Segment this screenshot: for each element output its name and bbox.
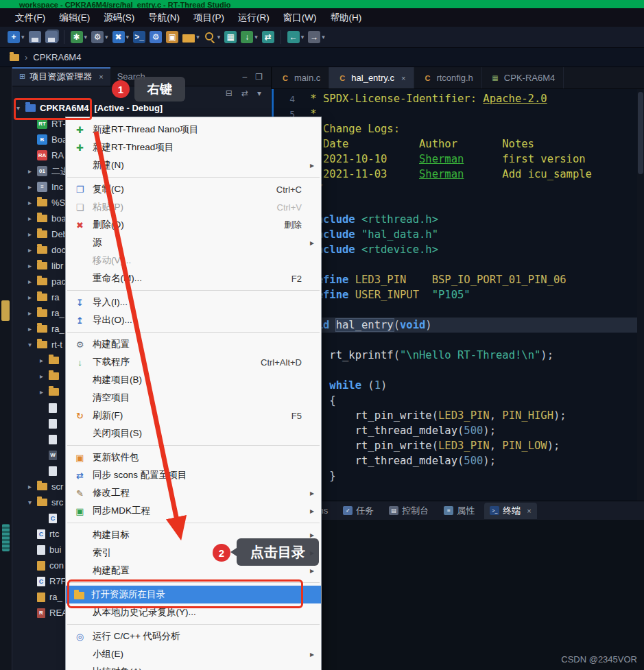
close-icon[interactable]: × [401, 74, 405, 82]
menu-item-clean-project[interactable]: 清空项目 [66, 389, 321, 407]
menubar-item[interactable]: 窗口(W) [276, 10, 324, 26]
code-text[interactable]: rt_pin_write(LED3_PIN, PIN_LOW); [304, 438, 560, 453]
save-all-button[interactable] [43, 29, 60, 45]
menubar-item[interactable]: 源码(S) [97, 10, 141, 26]
code-text[interactable]: #include <rtdevice.h> [304, 242, 438, 257]
expand-icon[interactable]: ▸ [28, 483, 37, 490]
code-text[interactable]: #include "hal_data.h" [304, 227, 438, 242]
gutter[interactable]: 4 [272, 91, 304, 106]
console-tab-properties[interactable]: 属性 [438, 503, 480, 519]
minimize-icon[interactable]: – [243, 72, 248, 82]
expand-icon[interactable]: ▸ [28, 278, 37, 285]
search-button[interactable]: ▾ [202, 29, 223, 45]
menu-item-delete[interactable]: ✖删除(D)删除 [66, 216, 321, 234]
code-text[interactable]: * 2021-11-03 Sherman Add icu_sample [304, 167, 592, 182]
expand-icon[interactable]: ▸ [28, 215, 37, 222]
board-button[interactable]: ▦ [222, 29, 239, 45]
expand-icon[interactable]: ▸ [28, 262, 37, 270]
menu-item-modify-project[interactable]: ✎修改工程▸ [66, 484, 321, 502]
collapse-icon[interactable]: ▾ [16, 104, 25, 112]
menu-item-move[interactable]: 移动(V)... [66, 252, 321, 270]
menubar-item[interactable]: 文件(F) [8, 10, 52, 26]
expand-icon[interactable]: ▸ [40, 372, 49, 380]
code-text[interactable]: #include <rtthread.h> [304, 212, 438, 227]
editor-tab-cpk-ra6m4[interactable]: CPK-RA6M4 [482, 67, 564, 88]
code-text[interactable]: rt_kprintf("\nHello RT-Thread!\n"); [304, 348, 553, 363]
expand-icon[interactable]: ▸ [40, 388, 49, 396]
menu-item-source[interactable]: 源▸ [66, 234, 321, 252]
minimized-view-indicator[interactable] [2, 524, 10, 551]
expand-icon[interactable]: ▸ [28, 183, 37, 191]
menu-item-rename[interactable]: 重命名(M)...F2 [66, 270, 321, 287]
forward-button[interactable]: →▾ [306, 29, 327, 45]
menu-item-open-resource-directory[interactable]: 打开资源所在目录 [66, 586, 321, 603]
menubar-item[interactable]: 导航(N) [141, 10, 187, 26]
expand-icon[interactable]: ▸ [28, 309, 37, 317]
expand-icon[interactable]: ▸ [28, 230, 37, 238]
menu-item-run-code-analysis[interactable]: ◎运行 C/C++ 代码分析 [66, 627, 321, 645]
menu-item-copy[interactable]: ❐复制(C)Ctrl+C [66, 180, 321, 198]
breadcrumb-project[interactable]: CPKRA6M4 [33, 52, 81, 62]
link-with-editor-icon[interactable]: ⇄ [241, 88, 248, 98]
menu-item-team[interactable]: 小组(E)▸ [66, 645, 321, 663]
menubar-item[interactable]: 运行(R) [231, 10, 276, 26]
menu-item-restore-from-local-history[interactable]: 从本地历史记录复原(Y)... [66, 603, 321, 621]
menu-item-new[interactable]: 新建(N)▸ [66, 156, 321, 174]
settings-button[interactable]: ⚙ [147, 29, 164, 45]
code-text[interactable]: rt_thread_mdelay(500); [304, 423, 496, 438]
code-text[interactable]: * 2021-10-10 Sherman first version [304, 152, 586, 167]
menu-item-new-nano-project[interactable]: ✚新建RT-Thread Nano项目 [66, 121, 321, 139]
menu-item-new-rtt-project[interactable]: ✚新建RT-Thread项目 [66, 139, 321, 156]
back-button[interactable]: ←▾ [285, 29, 307, 45]
packages-button[interactable]: ▣ [164, 29, 180, 45]
console-tab-tasks[interactable]: 任务 [337, 503, 379, 519]
view-menu-icon[interactable]: ▾ [257, 88, 261, 98]
scrollbar-thumb[interactable] [638, 92, 643, 174]
code-text[interactable]: #define USER_INPUT "P105" [304, 287, 470, 302]
view-tab-project-explorer[interactable]: ⊞项目资源管理器× [12, 67, 110, 86]
menu-item-build-project[interactable]: 构建项目(B) [66, 371, 321, 389]
expand-icon[interactable]: ▸ [28, 167, 37, 175]
restore-icon[interactable]: ❒ [255, 72, 263, 82]
code-text[interactable]: * Date Author Notes [304, 136, 534, 152]
run-tools-button[interactable]: ⚙▾ [89, 29, 110, 45]
menu-item-download-program[interactable]: ↓下载程序Ctrl+Alt+D [66, 353, 321, 371]
save-button[interactable] [27, 29, 43, 45]
code-editor[interactable]: 4 * SPDX-License-Identifier: Apache-2.05… [272, 89, 644, 501]
debug-config-button[interactable]: ✱▾ [69, 29, 90, 45]
collapse-icon[interactable]: ▾ [28, 499, 37, 506]
menu-item-sync-mdk-project[interactable]: ▣同步MDK工程▸ [66, 502, 321, 520]
collapse-icon[interactable]: ▾ [28, 341, 37, 348]
terminal-button[interactable]: >_ [131, 29, 147, 45]
expand-icon[interactable]: ▸ [28, 199, 37, 206]
tree-item[interactable]: ▾CPKRA6M4[Active - Debug] [12, 100, 271, 116]
menubar-item[interactable]: 编辑(E) [52, 10, 97, 26]
menu-item-update-packages[interactable]: ▣更新软件包 [66, 448, 321, 466]
menu-item-build-config[interactable]: ⚙构建配置 [66, 335, 321, 353]
menu-item-export[interactable]: ↥导出(O)... [66, 311, 321, 329]
menu-item-close-project[interactable]: 关闭项目(S) [66, 424, 321, 442]
code-text[interactable]: rt_thread_mdelay(500); [304, 453, 496, 468]
menu-item-paste[interactable]: ❏粘贴(P)Ctrl+V [66, 198, 321, 216]
editor-tab-rtconfig-h[interactable]: rtconfig.h [414, 67, 481, 88]
menu-item-compare-with[interactable]: 比较对象(A)▸ [66, 663, 321, 670]
expand-icon[interactable]: ▸ [28, 294, 37, 301]
editor-tab-main-c[interactable]: main.c [272, 67, 329, 88]
expand-icon[interactable]: ▸ [28, 325, 37, 333]
open-folder-button[interactable]: ▾ [180, 30, 202, 44]
download-button[interactable]: ↓▾ [239, 29, 260, 45]
new-wizard-button[interactable]: +▾ [5, 29, 27, 45]
connect-button[interactable]: ⇄ [260, 29, 276, 45]
code-text[interactable]: * SPDX-License-Identifier: Apache-2.0 [304, 91, 547, 106]
menubar-item[interactable]: 项目(P) [187, 10, 231, 26]
editor-tab-hal-entry-c[interactable]: hal_entry.c× [329, 67, 414, 88]
close-icon[interactable]: × [527, 507, 531, 515]
expand-icon[interactable]: ▸ [28, 246, 37, 254]
code-text[interactable]: #define LED3_PIN BSP_IO_PORT_01_PIN_06 [304, 272, 567, 287]
expand-icon[interactable]: ▸ [40, 357, 49, 364]
menubar-item[interactable]: 帮助(H) [323, 10, 368, 26]
skip-breakpoints-button[interactable]: ✖▾ [110, 29, 132, 45]
minimized-view-indicator[interactable] [1, 300, 10, 321]
menu-item-sync-scons-config[interactable]: ⇄同步 scons 配置至项目 [66, 466, 321, 484]
console-tab-console[interactable]: 控制台 [383, 503, 434, 519]
